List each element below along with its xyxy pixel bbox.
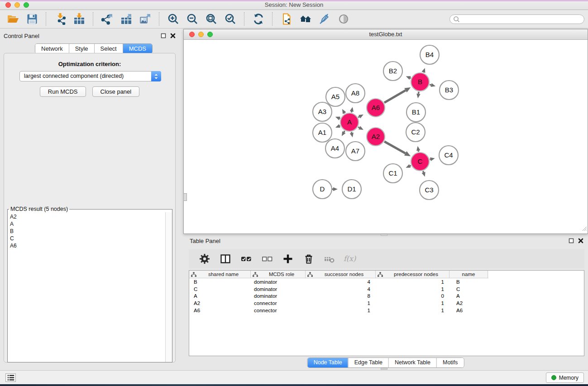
node-A4[interactable]: A4 bbox=[325, 139, 344, 158]
mcds-result-item[interactable]: A bbox=[8, 220, 165, 228]
tab-network-table[interactable]: Network Table bbox=[388, 358, 436, 367]
save-icon[interactable] bbox=[25, 12, 39, 26]
node-C[interactable]: C bbox=[411, 152, 429, 171]
node-A2[interactable]: A2 bbox=[367, 128, 385, 146]
mcds-result-item[interactable]: A2 bbox=[8, 213, 165, 220]
table-row[interactable]: A6connector11A6 bbox=[189, 307, 584, 314]
float-panel-icon[interactable] bbox=[161, 33, 166, 38]
edge-B-B3[interactable] bbox=[430, 83, 435, 87]
node-B4[interactable]: B4 bbox=[420, 45, 439, 64]
select-all-icon[interactable] bbox=[239, 252, 253, 266]
search-input[interactable] bbox=[460, 15, 584, 23]
mcds-result-item[interactable]: B bbox=[8, 228, 165, 235]
close-panel-icon[interactable] bbox=[170, 33, 176, 38]
edge-B-B4[interactable] bbox=[421, 68, 425, 73]
export-table-icon[interactable] bbox=[119, 12, 134, 26]
table-row[interactable]: Bdominator41B bbox=[189, 278, 584, 286]
divider-grip[interactable] bbox=[183, 193, 187, 201]
node-C4[interactable]: C4 bbox=[439, 146, 458, 165]
columns-icon[interactable] bbox=[218, 252, 233, 266]
zoom-in-icon[interactable] bbox=[166, 12, 181, 26]
table-row[interactable]: A2connector11A2 bbox=[189, 300, 584, 307]
table-row[interactable]: Adominator80A bbox=[189, 293, 584, 300]
edge-C-C4[interactable] bbox=[430, 157, 435, 161]
edge-C-C1[interactable] bbox=[406, 164, 411, 168]
result-scrollbar[interactable] bbox=[165, 212, 172, 362]
edge-B-B1[interactable] bbox=[416, 92, 420, 98]
task-history-button[interactable] bbox=[5, 373, 16, 382]
delete-entry-icon[interactable] bbox=[301, 252, 316, 266]
node-B[interactable]: B bbox=[411, 73, 429, 91]
node-A6[interactable]: A6 bbox=[367, 99, 385, 117]
column-header-shared-name[interactable]: shared name bbox=[189, 271, 251, 278]
zoom-fit-icon[interactable] bbox=[204, 12, 219, 26]
column-header-predecessor-nodes[interactable]: predecessor nodes bbox=[376, 271, 449, 278]
refresh-icon[interactable] bbox=[251, 12, 266, 26]
settings-icon[interactable] bbox=[197, 252, 212, 266]
edge-A-A2[interactable] bbox=[358, 126, 363, 130]
node-C3[interactable]: C3 bbox=[420, 181, 439, 200]
edge-A-A5[interactable] bbox=[342, 109, 346, 114]
edge-A2-C[interactable] bbox=[384, 142, 411, 156]
open-file-icon[interactable] bbox=[6, 12, 20, 26]
node-A1[interactable]: A1 bbox=[313, 123, 332, 142]
node-A3[interactable]: A3 bbox=[313, 102, 332, 121]
table-split-handle[interactable] bbox=[381, 368, 387, 370]
close-panel-button[interactable]: Close panel bbox=[92, 86, 140, 97]
node-B3[interactable]: B3 bbox=[440, 81, 459, 100]
table-row[interactable]: Cdominator41C bbox=[189, 286, 584, 293]
search-box[interactable] bbox=[449, 14, 584, 24]
edge-C-C2[interactable] bbox=[416, 146, 420, 152]
mcds-result-item[interactable]: A6 bbox=[8, 242, 165, 249]
tab-style[interactable]: Style bbox=[69, 44, 94, 53]
run-mcds-button[interactable]: Run MCDS bbox=[40, 86, 86, 97]
node-D[interactable]: D bbox=[313, 180, 332, 199]
zoom-selected-icon[interactable] bbox=[223, 12, 238, 26]
node-B2[interactable]: B2 bbox=[383, 62, 402, 81]
tab-select[interactable]: Select bbox=[94, 44, 123, 53]
column-header-MCDS-role[interactable]: MCDS role bbox=[251, 271, 306, 278]
tab-motifs[interactable]: Motifs bbox=[436, 358, 464, 367]
node-A[interactable]: A bbox=[340, 113, 359, 131]
tab-network[interactable]: Network bbox=[35, 44, 69, 53]
edge-D-D1[interactable] bbox=[332, 187, 338, 191]
mcds-result-item[interactable]: C bbox=[8, 235, 165, 242]
node-A7[interactable]: A7 bbox=[346, 142, 365, 161]
edge-A-A7[interactable] bbox=[350, 132, 354, 138]
node-D1[interactable]: D1 bbox=[342, 180, 361, 199]
optimization-criterion-select[interactable]: largest connected component (directed) bbox=[19, 71, 161, 81]
network-window-titlebar[interactable]: testGlobe.txt bbox=[184, 29, 588, 40]
float-table-panel-icon[interactable] bbox=[569, 238, 574, 243]
node-C1[interactable]: C1 bbox=[383, 164, 402, 183]
export-image-icon[interactable] bbox=[138, 12, 153, 26]
node-A8[interactable]: A8 bbox=[346, 84, 365, 103]
tab-mcds[interactable]: MCDS bbox=[123, 44, 152, 53]
node-B1[interactable]: B1 bbox=[406, 103, 425, 122]
homes-icon[interactable] bbox=[298, 12, 313, 26]
tab-node-table[interactable]: Node Table bbox=[308, 358, 348, 367]
import-network-icon[interactable] bbox=[53, 12, 67, 26]
add-entry-icon[interactable] bbox=[281, 252, 295, 266]
close-table-panel-icon[interactable] bbox=[578, 238, 583, 243]
edge-B-B2[interactable] bbox=[406, 76, 411, 80]
edge-A-A6[interactable] bbox=[358, 114, 363, 119]
edge-C-C3[interactable] bbox=[422, 171, 425, 176]
memory-button[interactable]: Memory bbox=[546, 372, 584, 383]
zoom-out-icon[interactable] bbox=[185, 12, 200, 26]
edge-A-A3[interactable] bbox=[335, 117, 340, 120]
column-header-successor-nodes[interactable]: successor nodes bbox=[306, 271, 376, 278]
export-network-icon[interactable] bbox=[100, 12, 115, 26]
node-C2[interactable]: C2 bbox=[406, 123, 425, 142]
tab-edge-table[interactable]: Edge Table bbox=[348, 358, 388, 367]
edge-A-A1[interactable] bbox=[335, 124, 340, 128]
edge-A6-B[interactable] bbox=[384, 87, 411, 103]
pen-slash-icon[interactable] bbox=[317, 12, 332, 26]
edge-A-A8[interactable] bbox=[350, 107, 354, 112]
column-header-name[interactable]: name bbox=[449, 271, 488, 278]
import-table-icon[interactable] bbox=[72, 12, 86, 26]
document-network-icon[interactable] bbox=[279, 12, 294, 26]
network-canvas[interactable]: B4B2BB3A5A8A6A3B1AA1C2A2A4A7C4CC1DD1C3 bbox=[184, 40, 588, 234]
edge-A-A4[interactable] bbox=[342, 131, 346, 136]
node-A5[interactable]: A5 bbox=[326, 87, 345, 106]
resize-grip-icon[interactable] bbox=[582, 225, 587, 233]
